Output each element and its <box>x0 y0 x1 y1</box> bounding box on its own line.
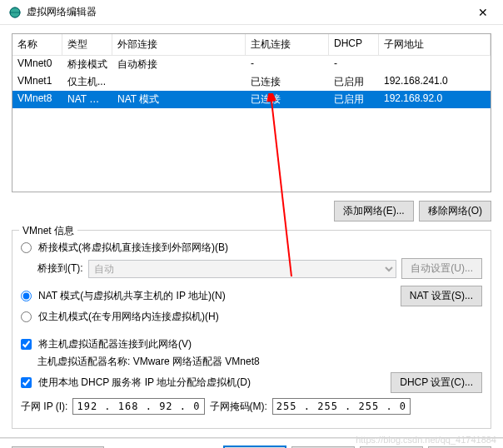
table-header: 名称 类型 外部连接 主机连接 DHCP 子网地址 <box>12 34 491 56</box>
bridge-radio-row[interactable]: 桥接模式(将虚拟机直接连接到外部网络)(B) <box>21 241 482 255</box>
remove-network-button[interactable]: 移除网络(O) <box>419 201 491 222</box>
subnet-ip-input[interactable]: 192 . 168 . 92 . 0 <box>72 398 204 415</box>
app-icon <box>8 6 22 19</box>
nat-radio[interactable] <box>21 291 32 301</box>
hostonly-radio[interactable] <box>21 311 32 322</box>
watermark: https://blog.csdn.net/qq_41741884 <box>356 435 496 445</box>
host-adapter-check-row[interactable]: 将主机虚拟适配器连接到此网络(V) <box>21 337 482 351</box>
col-subnet[interactable]: 子网地址 <box>379 34 491 55</box>
table-row[interactable]: VMnet1 仅主机... 已连接 已启用 192.168.241.0 <box>12 73 491 91</box>
bridge-radio[interactable] <box>21 242 32 253</box>
table-row-selected[interactable]: VMnet8 NAT 模式 NAT 模式 已连接 已启用 192.168.92.… <box>12 91 491 108</box>
col-ext[interactable]: 外部连接 <box>112 34 246 55</box>
host-adapter-checkbox[interactable] <box>21 339 32 350</box>
host-adapter-name-label: 主机虚拟适配器名称: VMware 网络适配器 VMnet8 <box>37 355 482 369</box>
nat-radio-row[interactable]: NAT 模式(与虚拟机共享主机的 IP 地址)(N) NAT 设置(S)... <box>21 286 482 306</box>
subnet-mask-input[interactable]: 255 . 255 . 255 . 0 <box>272 398 411 415</box>
auto-bridge-button[interactable]: 自动设置(U)... <box>401 258 482 279</box>
nat-settings-button[interactable]: NAT 设置(S)... <box>401 286 482 306</box>
add-network-button[interactable]: 添加网络(E)... <box>334 201 414 222</box>
dhcp-checkbox[interactable] <box>21 377 32 388</box>
dhcp-check-row[interactable]: 使用本地 DHCP 服务将 IP 地址分配给虚拟机(D) DHCP 设置(C).… <box>21 372 482 393</box>
col-host[interactable]: 主机连接 <box>246 34 329 55</box>
bridge-to-label: 桥接到(T): <box>37 261 83 276</box>
col-name[interactable]: 名称 <box>12 34 62 55</box>
subnet-ip-label: 子网 IP (I): <box>21 400 67 414</box>
titlebar: 虚拟网络编辑器 ✕ <box>0 0 503 25</box>
col-type[interactable]: 类型 <box>62 34 112 55</box>
window-title: 虚拟网络编辑器 <box>27 5 466 19</box>
vmnet-info-group: VMnet 信息 桥接模式(将虚拟机直接连接到外部网络)(B) 桥接到(T): … <box>12 230 491 429</box>
hostonly-radio-row[interactable]: 仅主机模式(在专用网络内连接虚拟机)(H) <box>21 310 482 324</box>
close-button[interactable]: ✕ <box>466 6 500 19</box>
col-dhcp[interactable]: DHCP <box>329 34 379 55</box>
network-table: 名称 类型 外部连接 主机连接 DHCP 子网地址 VMnet0 桥接模式 自动… <box>12 33 491 192</box>
group-title: VMnet 信息 <box>19 224 77 238</box>
dhcp-settings-button[interactable]: DHCP 设置(C)... <box>391 372 482 393</box>
bridge-to-select[interactable]: 自动 <box>88 260 397 278</box>
table-row[interactable]: VMnet0 桥接模式 自动桥接 - - <box>12 56 491 73</box>
subnet-mask-label: 子网掩码(M): <box>210 400 267 414</box>
